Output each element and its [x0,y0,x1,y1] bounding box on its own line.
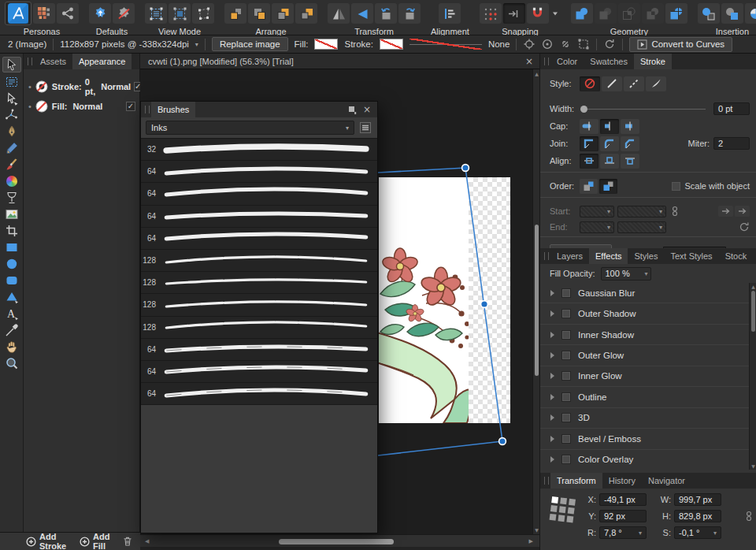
chevron-right-icon[interactable] [550,414,554,421]
tab-assets[interactable]: Assets [34,54,72,69]
effects-scrollbar[interactable]: ▲ ▼ [749,283,756,470]
tab-swatches[interactable]: Swatches [584,54,634,69]
tab-text-styles[interactable]: Text Styles [664,248,718,264]
geometry-divide-button[interactable] [665,3,687,24]
fill-tool[interactable] [2,174,21,188]
tab-color[interactable]: Color [550,54,584,69]
panel-grip-icon[interactable] [28,58,32,65]
brushes-titlebar[interactable]: Brushes × [141,102,377,117]
brush-category-select[interactable]: Inks ▾ [146,121,354,135]
chevron-right-icon[interactable] [550,352,554,359]
brush-item[interactable]: 64 [141,361,377,383]
replace-image-button[interactable]: Replace image [212,37,288,51]
add-stroke-button[interactable]: Add Stroke [26,532,72,550]
cycle-selection-box-icon[interactable] [523,38,536,50]
effect-checkbox[interactable] [561,330,571,340]
panel-grip-icon[interactable] [145,106,150,113]
scroll-down-icon[interactable]: ▼ [750,463,756,469]
tab-stock[interactable]: Stock [719,248,754,264]
align-inside-button[interactable] [600,154,619,169]
effect-row[interactable]: Color Overlay [540,449,749,470]
vertical-scroll-thumb[interactable] [535,225,539,376]
order-front-button[interactable] [599,179,617,194]
join-round-button[interactable] [600,136,619,151]
slider-knob[interactable] [580,106,587,113]
effect-checkbox[interactable] [561,371,571,381]
vector-view-button[interactable] [145,3,167,24]
chevron-down-icon[interactable]: ▾ [195,41,198,48]
point-transform-tool[interactable] [2,108,21,122]
chevron-right-icon[interactable] [550,373,554,379]
y-field[interactable]: 92 px [599,510,647,522]
close-icon[interactable]: × [363,104,371,115]
style-brush-button[interactable] [646,76,666,91]
tab-brushes[interactable]: Brushes [151,102,195,117]
effect-checkbox[interactable] [561,434,571,444]
geometry-add-button[interactable] [571,3,593,24]
move-to-front-button[interactable] [224,3,246,24]
fill-visible-checkbox[interactable]: ✓ [126,102,135,111]
align-outside-button[interactable] [621,154,639,169]
brush-item[interactable]: 64 [141,161,377,183]
fill-swatch[interactable] [314,39,338,50]
insert-on-top-button[interactable] [721,3,743,24]
brush-item[interactable]: 32 [141,139,377,161]
ellipse-tool[interactable] [2,257,21,271]
s-field[interactable]: -0,1 °▾ [674,526,721,539]
stroke-none-icon[interactable] [35,80,49,94]
effect-row[interactable]: Outline [540,386,749,407]
transparency-tool[interactable] [2,191,21,205]
zoom-tool[interactable] [2,356,21,370]
rotate-cw-button[interactable] [398,3,421,24]
stroke-width-slider[interactable] [410,39,482,50]
effect-checkbox[interactable] [561,413,571,422]
chevron-right-icon[interactable] [550,332,554,338]
brush-item[interactable]: 128 [141,272,377,294]
snapping-grid-button[interactable] [480,3,502,24]
brush-item[interactable]: 64 [141,339,377,361]
effect-checkbox[interactable] [561,455,571,464]
convert-to-curves-button[interactable]: Convert to Curves [629,37,732,52]
brush-item[interactable]: 64 [141,183,377,205]
brush-item[interactable]: 64 [141,228,377,250]
align-center-button[interactable] [580,154,598,169]
chevron-right-icon[interactable] [550,436,554,442]
link-dimensions-icon[interactable] [745,511,753,522]
move-backward-button[interactable] [272,3,294,24]
join-miter-button[interactable] [580,136,598,151]
triangle-tool[interactable] [2,290,21,304]
view-tool[interactable] [2,340,21,354]
order-behind-button[interactable] [580,179,598,194]
r-field[interactable]: 7,8 °▾ [599,526,647,539]
artistic-text-tool[interactable]: A [2,307,21,321]
appearance-stroke-row[interactable]: • Stroke: 0 pt, Normal ✓ [24,76,139,96]
rectangle-tool[interactable] [2,240,21,255]
effect-row[interactable]: 3D [540,407,749,428]
brush-item[interactable]: 128 [141,317,377,339]
insert-inside-button[interactable] [745,3,756,24]
width-slider[interactable] [580,102,707,115]
style-dash-button[interactable] [624,76,644,91]
fill-none-icon[interactable] [35,99,49,113]
anchor-point-selector[interactable] [549,496,579,526]
scroll-left-icon[interactable]: ◀ [145,538,149,544]
brush-options-icon[interactable] [358,121,372,135]
tab-history[interactable]: History [602,473,642,489]
selection-handle[interactable] [481,301,488,308]
artboard-tool[interactable] [2,75,21,89]
effect-row[interactable]: Bevel / Emboss [540,428,749,448]
tab-effects[interactable]: Effects [589,248,628,264]
brush-item[interactable]: 128 [141,250,377,272]
horizontal-scroll-thumb[interactable] [279,539,394,544]
vertical-scrollbar[interactable]: ▲ ▼ [532,69,539,534]
snapping-options-button[interactable] [550,3,561,24]
chevron-right-icon[interactable] [550,456,554,463]
rotate-ccw-button[interactable] [375,3,397,24]
effect-row[interactable]: Outer Shadow [540,303,749,323]
panel-grip-icon[interactable] [544,58,549,65]
image-dimensions-label[interactable]: 1128x897 pixels @ -338x324dpi [60,39,189,49]
effect-row[interactable]: Inner Shadow [540,324,749,344]
vector-brush-tool[interactable] [2,158,21,172]
tab-styles[interactable]: Styles [628,248,664,264]
tab-stroke[interactable]: Stroke [634,54,672,69]
